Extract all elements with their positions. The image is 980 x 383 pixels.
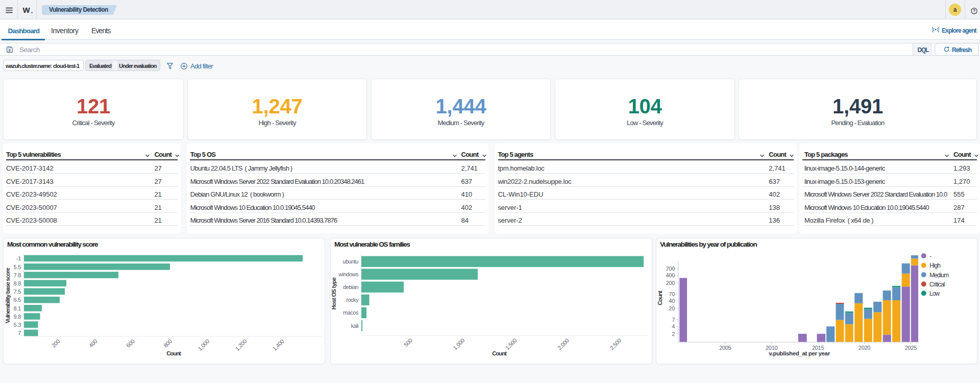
svg-text:2: 2 [672, 331, 675, 337]
svg-text:600: 600 [125, 338, 136, 349]
svg-text:Critical: Critical [929, 281, 945, 288]
svg-text:700: 700 [666, 266, 675, 272]
svg-text:9.8: 9.8 [14, 314, 21, 320]
svg-text:v.published_at per year: v.published_at per year [769, 350, 830, 356]
svg-text:High: High [929, 262, 940, 269]
svg-text:40: 40 [669, 298, 675, 304]
svg-text:7.8: 7.8 [14, 272, 21, 278]
svg-text:1,200: 1,200 [234, 338, 248, 352]
svg-text:debian: debian [343, 284, 358, 290]
svg-text:Low: Low [929, 290, 940, 297]
svg-text:?: ? [973, 8, 975, 13]
svg-text:-: - [929, 253, 932, 260]
svg-text:6.5: 6.5 [14, 297, 21, 303]
svg-text:Count: Count [492, 350, 507, 356]
svg-text:200: 200 [51, 338, 61, 349]
svg-text:5.3: 5.3 [14, 322, 21, 328]
svg-text:Medium: Medium [929, 272, 949, 279]
svg-text:800: 800 [162, 338, 173, 349]
svg-text:Host OS type: Host OS type [331, 277, 337, 309]
svg-text:400: 400 [88, 338, 99, 349]
svg-text:1,000: 1,000 [452, 337, 465, 351]
svg-text:rocky: rocky [346, 297, 359, 303]
svg-text:2020: 2020 [859, 345, 870, 351]
svg-text:8.8: 8.8 [14, 280, 21, 286]
svg-text:1,500: 1,500 [504, 337, 518, 351]
svg-text:20: 20 [669, 305, 675, 312]
svg-text:2025: 2025 [905, 345, 917, 351]
svg-text:Count: Count [657, 291, 663, 305]
svg-text:windows: windows [338, 271, 359, 277]
svg-text:Count: Count [166, 350, 181, 356]
svg-text:400: 400 [666, 272, 675, 278]
svg-text:macos: macos [343, 309, 359, 316]
svg-text:Vulnerability base score: Vulnerability base score [5, 268, 11, 323]
svg-text:200: 200 [666, 280, 675, 286]
svg-text:2,500: 2,500 [608, 337, 622, 351]
svg-text:-1: -1 [16, 255, 21, 261]
svg-text:2,000: 2,000 [556, 337, 570, 351]
svg-text:500: 500 [403, 337, 413, 348]
svg-text:7.5: 7.5 [14, 289, 21, 295]
svg-text:5.5: 5.5 [14, 264, 21, 270]
svg-text:1,000: 1,000 [197, 338, 210, 352]
svg-text:70: 70 [669, 291, 675, 297]
svg-text:kali: kali [351, 323, 358, 329]
svg-text:4: 4 [672, 323, 675, 329]
svg-text:7: 7 [18, 330, 21, 336]
svg-text:7: 7 [672, 317, 675, 323]
svg-text:ubuntu: ubuntu [342, 258, 358, 265]
svg-text:1,400: 1,400 [272, 338, 285, 352]
svg-text:8.1: 8.1 [14, 305, 21, 312]
svg-text:2005: 2005 [719, 345, 731, 351]
